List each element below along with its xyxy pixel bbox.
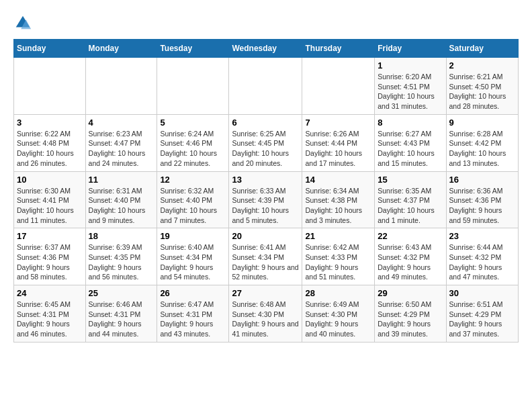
calendar-cell: 20Sunrise: 6:41 AM Sunset: 4:34 PM Dayli…: [229, 228, 302, 285]
day-number: 4: [89, 118, 154, 128]
day-number: 2: [449, 60, 515, 71]
day-number: 25: [89, 288, 154, 298]
day-number: 24: [17, 288, 83, 298]
day-number: 7: [305, 118, 371, 128]
day-number: 26: [160, 288, 226, 298]
calendar-cell: 15Sunrise: 6:35 AM Sunset: 4:37 PM Dayli…: [375, 171, 446, 228]
calendar-cell: 1Sunrise: 6:20 AM Sunset: 4:51 PM Daylig…: [375, 58, 446, 115]
day-info: Sunrise: 6:44 AM Sunset: 4:32 PM Dayligh…: [449, 242, 515, 282]
day-number: 21: [305, 231, 371, 241]
day-info: Sunrise: 6:50 AM Sunset: 4:29 PM Dayligh…: [378, 300, 443, 339]
calendar-week-4: 17Sunrise: 6:37 AM Sunset: 4:36 PM Dayli…: [14, 228, 519, 285]
calendar-cell: 17Sunrise: 6:37 AM Sunset: 4:36 PM Dayli…: [14, 228, 86, 285]
page-header: [13, 13, 519, 32]
day-number: 20: [232, 231, 299, 241]
day-info: Sunrise: 6:45 AM Sunset: 4:31 PM Dayligh…: [17, 300, 83, 339]
weekday-header-sunday: Sunday: [14, 40, 86, 58]
day-number: 29: [378, 288, 443, 298]
day-info: Sunrise: 6:48 AM Sunset: 4:30 PM Dayligh…: [232, 300, 299, 339]
day-info: Sunrise: 6:20 AM Sunset: 4:51 PM Dayligh…: [378, 72, 443, 111]
calendar-cell: [157, 58, 229, 115]
calendar-cell: 12Sunrise: 6:32 AM Sunset: 4:40 PM Dayli…: [157, 171, 229, 228]
day-info: Sunrise: 6:27 AM Sunset: 4:43 PM Dayligh…: [378, 129, 443, 169]
calendar-cell: 18Sunrise: 6:39 AM Sunset: 4:35 PM Dayli…: [85, 228, 157, 285]
calendar-cell: [85, 58, 157, 115]
calendar-cell: 16Sunrise: 6:36 AM Sunset: 4:36 PM Dayli…: [446, 171, 518, 228]
day-number: 18: [89, 231, 154, 241]
calendar-cell: 22Sunrise: 6:43 AM Sunset: 4:32 PM Dayli…: [375, 228, 446, 285]
calendar-cell: 10Sunrise: 6:30 AM Sunset: 4:41 PM Dayli…: [14, 171, 86, 228]
calendar-cell: 4Sunrise: 6:23 AM Sunset: 4:47 PM Daylig…: [85, 114, 157, 171]
day-info: Sunrise: 6:42 AM Sunset: 4:33 PM Dayligh…: [305, 242, 371, 282]
day-number: 5: [160, 118, 226, 128]
calendar-cell: 27Sunrise: 6:48 AM Sunset: 4:30 PM Dayli…: [229, 285, 302, 342]
day-info: Sunrise: 6:37 AM Sunset: 4:36 PM Dayligh…: [17, 242, 83, 282]
day-number: 27: [232, 288, 299, 298]
day-number: 13: [232, 175, 299, 185]
day-number: 30: [449, 288, 515, 298]
day-number: 16: [449, 175, 515, 185]
day-info: Sunrise: 6:41 AM Sunset: 4:34 PM Dayligh…: [232, 242, 299, 282]
weekday-header-monday: Monday: [85, 40, 157, 58]
day-number: 1: [378, 60, 443, 71]
calendar-cell: 7Sunrise: 6:26 AM Sunset: 4:44 PM Daylig…: [302, 114, 375, 171]
calendar-cell: 9Sunrise: 6:28 AM Sunset: 4:42 PM Daylig…: [446, 114, 518, 171]
day-number: 10: [17, 175, 83, 185]
day-info: Sunrise: 6:33 AM Sunset: 4:39 PM Dayligh…: [232, 186, 299, 226]
calendar-cell: 24Sunrise: 6:45 AM Sunset: 4:31 PM Dayli…: [14, 285, 86, 342]
calendar-cell: 30Sunrise: 6:51 AM Sunset: 4:29 PM Dayli…: [446, 285, 518, 342]
calendar-cell: 3Sunrise: 6:22 AM Sunset: 4:48 PM Daylig…: [14, 114, 86, 171]
day-info: Sunrise: 6:46 AM Sunset: 4:31 PM Dayligh…: [89, 300, 154, 339]
day-number: 28: [305, 288, 371, 298]
logo-icon: [13, 13, 32, 32]
calendar-week-5: 24Sunrise: 6:45 AM Sunset: 4:31 PM Dayli…: [14, 285, 519, 342]
day-info: Sunrise: 6:31 AM Sunset: 4:40 PM Dayligh…: [89, 186, 154, 226]
day-info: Sunrise: 6:26 AM Sunset: 4:44 PM Dayligh…: [305, 129, 371, 169]
calendar-cell: 19Sunrise: 6:40 AM Sunset: 4:34 PM Dayli…: [157, 228, 229, 285]
calendar-cell: 28Sunrise: 6:49 AM Sunset: 4:30 PM Dayli…: [302, 285, 375, 342]
day-info: Sunrise: 6:30 AM Sunset: 4:41 PM Dayligh…: [17, 186, 83, 226]
day-number: 22: [378, 231, 443, 241]
day-info: Sunrise: 6:23 AM Sunset: 4:47 PM Dayligh…: [89, 129, 154, 169]
calendar-cell: [302, 58, 375, 115]
day-info: Sunrise: 6:28 AM Sunset: 4:42 PM Dayligh…: [449, 129, 515, 169]
calendar-cell: 29Sunrise: 6:50 AM Sunset: 4:29 PM Dayli…: [375, 285, 446, 342]
calendar-week-2: 3Sunrise: 6:22 AM Sunset: 4:48 PM Daylig…: [14, 114, 519, 171]
day-number: 14: [305, 175, 371, 185]
weekday-header-wednesday: Wednesday: [229, 40, 302, 58]
calendar-cell: 2Sunrise: 6:21 AM Sunset: 4:50 PM Daylig…: [446, 58, 518, 115]
day-info: Sunrise: 6:22 AM Sunset: 4:48 PM Dayligh…: [17, 129, 83, 169]
calendar-cell: 13Sunrise: 6:33 AM Sunset: 4:39 PM Dayli…: [229, 171, 302, 228]
day-info: Sunrise: 6:25 AM Sunset: 4:45 PM Dayligh…: [232, 129, 299, 169]
day-info: Sunrise: 6:49 AM Sunset: 4:30 PM Dayligh…: [305, 300, 371, 339]
weekday-header-thursday: Thursday: [302, 40, 375, 58]
calendar-header: SundayMondayTuesdayWednesdayThursdayFrid…: [14, 40, 519, 58]
day-info: Sunrise: 6:35 AM Sunset: 4:37 PM Dayligh…: [378, 186, 443, 226]
calendar-cell: 21Sunrise: 6:42 AM Sunset: 4:33 PM Dayli…: [302, 228, 375, 285]
calendar-cell: 6Sunrise: 6:25 AM Sunset: 4:45 PM Daylig…: [229, 114, 302, 171]
logo: [13, 13, 35, 32]
calendar-body: 1Sunrise: 6:20 AM Sunset: 4:51 PM Daylig…: [14, 58, 519, 342]
day-number: 17: [17, 231, 83, 241]
calendar-cell: 8Sunrise: 6:27 AM Sunset: 4:43 PM Daylig…: [375, 114, 446, 171]
calendar-cell: 11Sunrise: 6:31 AM Sunset: 4:40 PM Dayli…: [85, 171, 157, 228]
day-number: 6: [232, 118, 299, 128]
calendar-cell: 14Sunrise: 6:34 AM Sunset: 4:38 PM Dayli…: [302, 171, 375, 228]
day-info: Sunrise: 6:43 AM Sunset: 4:32 PM Dayligh…: [378, 242, 443, 282]
weekday-header-friday: Friday: [375, 40, 446, 58]
calendar-cell: [229, 58, 302, 115]
calendar-week-3: 10Sunrise: 6:30 AM Sunset: 4:41 PM Dayli…: [14, 171, 519, 228]
calendar-cell: 25Sunrise: 6:46 AM Sunset: 4:31 PM Dayli…: [85, 285, 157, 342]
day-info: Sunrise: 6:34 AM Sunset: 4:38 PM Dayligh…: [305, 186, 371, 226]
day-number: 3: [17, 118, 83, 128]
day-number: 12: [160, 175, 226, 185]
day-number: 15: [378, 175, 443, 185]
calendar-cell: 23Sunrise: 6:44 AM Sunset: 4:32 PM Dayli…: [446, 228, 518, 285]
day-info: Sunrise: 6:32 AM Sunset: 4:40 PM Dayligh…: [160, 186, 226, 226]
calendar-cell: [14, 58, 86, 115]
day-info: Sunrise: 6:21 AM Sunset: 4:50 PM Dayligh…: [449, 72, 515, 111]
calendar-cell: 5Sunrise: 6:24 AM Sunset: 4:46 PM Daylig…: [157, 114, 229, 171]
calendar-week-1: 1Sunrise: 6:20 AM Sunset: 4:51 PM Daylig…: [14, 58, 519, 115]
day-info: Sunrise: 6:47 AM Sunset: 4:31 PM Dayligh…: [160, 300, 226, 339]
day-info: Sunrise: 6:51 AM Sunset: 4:29 PM Dayligh…: [449, 300, 515, 339]
